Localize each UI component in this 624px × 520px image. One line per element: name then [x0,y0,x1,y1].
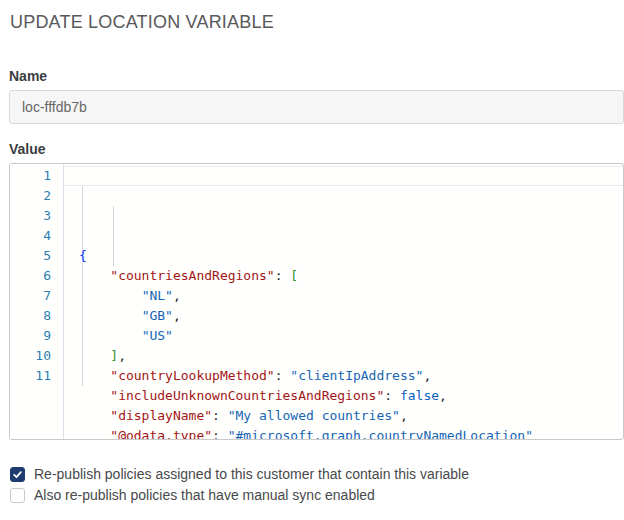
line-number: 11 [10,366,63,386]
line-number: 3 [10,206,63,226]
checkbox-label: Also re-publish policies that have manua… [34,487,375,503]
line-number: 8 [10,306,63,326]
line-number: 9 [10,326,63,346]
checkbox-row: Re-publish policies assigned to this cus… [10,466,624,482]
editor-gutter: 1234567891011 [10,164,64,439]
line-number: 5 [10,246,63,266]
checkbox-row: Also re-publish policies that have manua… [10,487,624,503]
republish-manual-sync-checkbox[interactable] [10,488,25,503]
name-label: Name [9,68,624,84]
code-line: ], [79,346,623,366]
line-number: 2 [10,186,63,206]
code-line: "countryLookupMethod": "clientIpAddress"… [79,366,623,386]
checkbox-group: Re-publish policies assigned to this cus… [9,466,624,503]
code-line: "includeUnknownCountriesAndRegions": fal… [79,386,623,406]
code-line: "@odata.type": "#microsoft.graph.country… [79,426,623,440]
editor-code[interactable]: { "countriesAndRegions": [ "NL", "GB", "… [65,164,623,439]
republish-assigned-policies-checkbox[interactable] [10,467,25,482]
value-code-editor: 1234567891011 { "countriesAndRegions": [… [9,163,624,440]
page-title: UPDATE LOCATION VARIABLE [10,12,624,33]
update-location-variable-form: UPDATE LOCATION VARIABLE Name Value 1234… [0,0,624,503]
line-number: 6 [10,266,63,286]
code-line: "countriesAndRegions": [ [79,266,623,286]
code-line: { [79,246,623,266]
checkbox-label: Re-publish policies assigned to this cus… [34,466,469,482]
line-number: 1 [10,166,63,186]
checkmark-icon [12,469,23,480]
code-line: "GB", [79,306,623,326]
code-line: "NL", [79,286,623,306]
value-label: Value [9,141,624,157]
code-line: "displayName": "My allowed countries", [79,406,623,426]
name-input[interactable] [9,90,624,124]
code-line: "US" [79,326,623,346]
line-number: 4 [10,226,63,246]
line-number: 10 [10,346,63,366]
line-number: 7 [10,286,63,306]
